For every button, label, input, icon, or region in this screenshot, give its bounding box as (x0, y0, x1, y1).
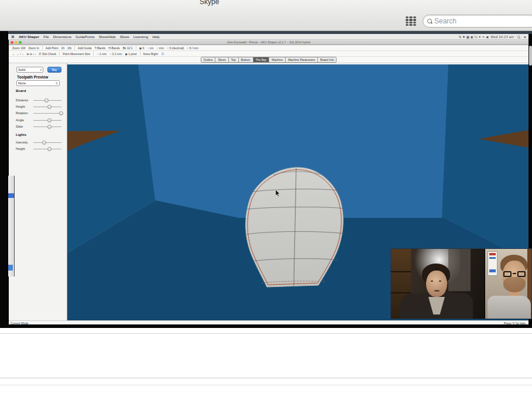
rotation-slider[interactable] (33, 113, 61, 114)
tab-the-bay[interactable]: The Bay (253, 57, 270, 62)
slider-thumb[interactable] (59, 111, 63, 115)
nose-right-label: Nose Right: (143, 52, 159, 56)
slot-check-checkbox[interactable]: ☑ Slot Check (39, 52, 56, 56)
background-scrollbar[interactable] (529, 46, 532, 66)
self-person-tshirt (488, 296, 531, 319)
add-guide-button[interactable]: Add Guide (78, 46, 92, 50)
menu-slices[interactable]: Slices (120, 35, 129, 39)
chevron-down-icon: ▾ (40, 68, 42, 71)
tab-outline[interactable]: Outline (201, 57, 216, 62)
tab-bottom[interactable]: Bottom (239, 57, 253, 62)
tab-board-info[interactable]: Board Info (318, 57, 336, 62)
nudge-arrow-buttons[interactable]: ← → ↑ ↓ (12, 52, 23, 56)
search-input[interactable] (434, 17, 522, 25)
slider-row: Angle (9, 117, 67, 124)
glasses-right-lens (517, 271, 526, 277)
movement-radio-1mm[interactable]: ○ 1 mm (97, 52, 107, 56)
slider-thumb[interactable] (47, 147, 52, 151)
video-call-overlay[interactable] (390, 248, 532, 319)
slider-thumb[interactable] (44, 98, 49, 102)
background-window-badge (8, 265, 13, 271)
light-intensity-slider[interactable] (33, 142, 61, 143)
bay-button[interactable]: Bay (47, 67, 61, 73)
background-window-selection (8, 193, 14, 198)
tab-machine-parameters[interactable]: Machine Parameters (286, 57, 318, 62)
search-icon (427, 19, 432, 23)
slider-row: Height (9, 146, 67, 152)
tab-top[interactable]: Top (229, 57, 239, 62)
door-frame (448, 249, 471, 291)
machine-rail-left (67, 131, 121, 151)
bay-control-panel: Solid ▾ Bay Toolpath Preview None ⇅ Boar… (9, 63, 67, 320)
toolbar-row-1: Zoom 100 Zoom In Add Point 1ft 1fb Add G… (9, 45, 528, 51)
remote-video (391, 249, 485, 319)
slider-row: Distance (9, 97, 67, 104)
menu-showhide[interactable]: Show/Hide (99, 35, 116, 39)
distance-slider[interactable] (33, 100, 61, 101)
menubar-status-icons[interactable]: ⇅ ♦ ▦ ◉ ¼ ✦ ≈ ◀ (459, 35, 489, 39)
self-video (485, 249, 532, 319)
unit-radio-cm[interactable]: ○ cm (147, 46, 153, 50)
tab-machine[interactable]: Machine (269, 57, 286, 62)
unit-radio-ft-mm[interactable]: ○ ft / mm (187, 46, 198, 50)
stepper-icon: ⇅ (56, 81, 58, 85)
toolpath-preview-select[interactable]: None ⇅ (16, 80, 60, 86)
zoom-step-buttons[interactable]: ⊕ ⊖ ‹ › (26, 52, 36, 56)
slider-thumb[interactable] (47, 125, 52, 129)
nose-right-checkbox[interactable]: ☑ (162, 52, 164, 56)
help-hint-label: Press 'h' for help (504, 322, 526, 325)
divider-line (0, 333, 532, 334)
menubar-clock[interactable]: Wed 10:23 am (490, 35, 514, 39)
point-movement-size-label: Point Movement Size (63, 52, 90, 56)
unit-radio-mm[interactable]: ○ mm (156, 46, 164, 50)
skype-toolbar: Skype (0, 0, 532, 31)
menu-guidepoints[interactable]: GuidePoints (75, 35, 95, 39)
view-tabbar: Outline Slices Top Bottom The Bay Machin… (9, 57, 528, 63)
glasses-left-lens (503, 271, 512, 277)
dialpad-icon[interactable] (405, 16, 417, 26)
spotlight-icon[interactable] (517, 36, 520, 39)
menu-licensing[interactable]: Licensing (133, 35, 148, 39)
toolbar-row-2: ← → ↑ ↓ ⊕ ⊖ ‹ › ☑ Slot Check Point Movem… (9, 51, 528, 57)
zoom-in-button[interactable]: Zoom In (29, 46, 39, 50)
movement-radio-1pixel[interactable]: ◉ 1 pixel (125, 52, 136, 56)
tab-slices[interactable]: Slices (215, 57, 228, 62)
slider-row: Slide (9, 124, 67, 130)
self-person-beard (503, 277, 526, 292)
notification-center-icon[interactable]: ≡ (523, 35, 526, 39)
zoom-100-button[interactable]: Zoom 100 (12, 46, 26, 50)
board-heading: Board (16, 89, 26, 93)
add-point-button[interactable]: Add Point (46, 46, 59, 50)
slider-row: Height (9, 104, 67, 110)
menu-help[interactable]: Help (152, 35, 159, 39)
unit-radio-ft[interactable]: ◉ ft (139, 46, 145, 50)
toolpath-preview-heading: Toolpath Preview (17, 75, 48, 79)
slider-row: Intensity (9, 139, 67, 146)
background-window-sliver (8, 176, 15, 276)
remote-person-face (426, 271, 447, 297)
apple-menu-icon[interactable]: ⌘ (11, 35, 15, 39)
one-ft-button[interactable]: 1ft (61, 46, 65, 50)
render-mode-select[interactable]: Solid ▾ (16, 67, 43, 73)
slider-thumb[interactable] (42, 141, 46, 145)
t-bands-button[interactable]: T-Bands (95, 46, 106, 50)
movement-radio-01mm[interactable]: ○ 0.1 mm (109, 52, 122, 56)
divider-line (0, 385, 532, 385)
mac-menubar: ⌘ AKU Shaper File Dimensions GuidePoints… (8, 34, 528, 40)
menu-file[interactable]: File (43, 35, 49, 39)
h-bands-button[interactable]: H-Bands (108, 46, 119, 50)
slider-thumb[interactable] (47, 105, 52, 109)
angle-slider[interactable] (33, 120, 61, 121)
menu-dimensions[interactable]: Dimensions (53, 35, 71, 39)
light-height-slider[interactable] (33, 149, 61, 149)
menu-app-name[interactable]: AKU Shaper (19, 35, 39, 39)
window-title: Glen Dunseath - Primal -- AKU Shaper v2.… (9, 40, 528, 44)
one-fb-button[interactable]: 1fb (67, 46, 71, 50)
search-field[interactable] (423, 15, 532, 28)
unit-radio-ft-decimal[interactable]: ○ ft (decimal) (167, 46, 184, 50)
slide-slider[interactable] (33, 127, 61, 127)
lights-heading: Lights (16, 133, 26, 136)
slider-thumb[interactable] (47, 118, 52, 122)
height-slider[interactable] (33, 107, 61, 107)
slider-row: Rotation (9, 110, 67, 117)
